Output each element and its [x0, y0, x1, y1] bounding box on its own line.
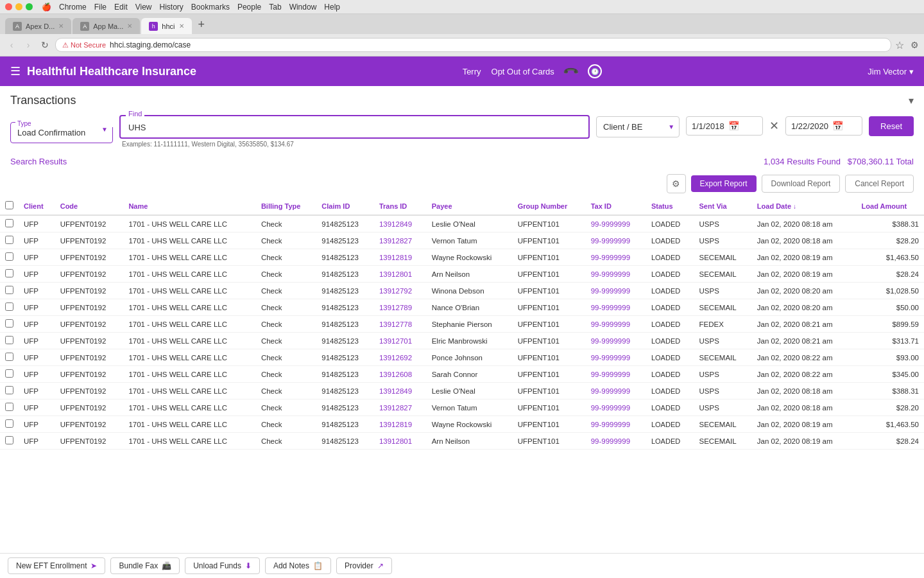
cell-trans-id[interactable]: 13912819: [374, 416, 427, 433]
new-eft-enrollment-button[interactable]: New EFT Enrollment ➤: [8, 557, 105, 574]
cell-trans-id[interactable]: 13912789: [374, 299, 427, 316]
cell-trans-id[interactable]: 13912778: [374, 316, 427, 333]
row-checkbox-cell[interactable]: [0, 283, 19, 299]
select-all-checkbox[interactable]: [5, 201, 13, 209]
th-tax-id[interactable]: Tax ID: [586, 197, 646, 215]
cell-trans-id[interactable]: 13912827: [374, 399, 427, 416]
row-checkbox[interactable]: [5, 219, 13, 227]
reload-button[interactable]: ↻: [38, 39, 51, 51]
tab-app-close[interactable]: ✕: [127, 22, 132, 30]
th-group-number[interactable]: Group Number: [513, 197, 586, 215]
trans-id-link[interactable]: 13912849: [379, 387, 412, 395]
cell-trans-id[interactable]: 13912792: [374, 283, 427, 299]
phone-icon[interactable]: 📞: [562, 62, 580, 80]
tab-apex-close[interactable]: ✕: [58, 22, 64, 30]
cancel-report-button[interactable]: Cancel Report: [845, 175, 914, 193]
add-notes-button[interactable]: Add Notes 📋: [265, 557, 331, 574]
cell-trans-id[interactable]: 13912849: [374, 383, 427, 399]
row-checkbox-cell[interactable]: [0, 366, 19, 383]
close-window-btn[interactable]: [5, 3, 12, 10]
row-checkbox[interactable]: [5, 252, 13, 261]
th-billing-type[interactable]: Billing Type: [256, 197, 316, 215]
date-from-field[interactable]: 1/1/2018 📅: [686, 116, 763, 136]
th-claim-id[interactable]: Claim ID: [316, 197, 374, 215]
calendar-to-icon[interactable]: 📅: [832, 121, 843, 131]
row-checkbox-cell[interactable]: [0, 399, 19, 416]
row-checkbox-cell[interactable]: [0, 266, 19, 283]
row-checkbox[interactable]: [5, 236, 13, 244]
row-checkbox[interactable]: [5, 386, 13, 394]
window-controls[interactable]: [5, 3, 33, 10]
row-checkbox-cell[interactable]: [0, 299, 19, 316]
cell-trans-id[interactable]: 13912819: [374, 249, 427, 266]
calendar-from-icon[interactable]: 📅: [728, 121, 739, 131]
cell-trans-id[interactable]: 13912692: [374, 349, 427, 366]
unload-funds-button[interactable]: Unload Funds ⬇: [185, 557, 260, 574]
th-load-date[interactable]: Load Date ↓: [752, 197, 857, 215]
menu-icon[interactable]: ☰: [10, 64, 21, 78]
trans-id-link[interactable]: 13912801: [379, 270, 412, 278]
row-checkbox-cell[interactable]: [0, 333, 19, 349]
row-checkbox-cell[interactable]: [0, 249, 19, 266]
clock-icon[interactable]: 🕐: [588, 64, 602, 78]
row-checkbox[interactable]: [5, 403, 13, 411]
url-display[interactable]: hhci.staging.demo/case: [110, 40, 191, 49]
search-results-label[interactable]: Search Results: [10, 157, 67, 166]
row-checkbox-cell[interactable]: [0, 416, 19, 433]
cell-trans-id[interactable]: 13912801: [374, 266, 427, 283]
trans-id-link[interactable]: 13912792: [379, 287, 412, 295]
settings-gear-button[interactable]: ⚙: [667, 174, 686, 193]
row-checkbox-cell[interactable]: [0, 316, 19, 333]
trans-id-link[interactable]: 13912701: [379, 337, 412, 345]
forward-button[interactable]: ›: [22, 39, 35, 51]
row-checkbox[interactable]: [5, 286, 13, 294]
trans-id-link[interactable]: 13912819: [379, 421, 412, 428]
trans-id-link[interactable]: 13912819: [379, 254, 412, 261]
row-checkbox[interactable]: [5, 369, 13, 378]
minimize-window-btn[interactable]: [15, 3, 22, 10]
th-load-amount[interactable]: Load Amount: [857, 197, 924, 215]
select-all-header[interactable]: [0, 197, 19, 215]
client-be-select[interactable]: Client / BE: [596, 116, 680, 137]
bundle-fax-button[interactable]: Bundle Fax 📠: [110, 557, 180, 574]
tab-hhci-close[interactable]: ✕: [179, 22, 184, 30]
find-input[interactable]: [119, 115, 590, 139]
download-report-button[interactable]: Download Report: [762, 175, 841, 193]
header-right[interactable]: Jim Vector ▾: [868, 67, 914, 76]
cell-trans-id[interactable]: 13912849: [374, 215, 427, 232]
row-checkbox-cell[interactable]: [0, 232, 19, 249]
th-name[interactable]: Name: [123, 197, 256, 215]
tab-hhci[interactable]: h hhci ✕: [141, 18, 191, 34]
row-checkbox[interactable]: [5, 419, 13, 428]
th-sent-via[interactable]: Sent Via: [694, 197, 752, 215]
trans-id-link[interactable]: 13912801: [379, 437, 412, 445]
address-bar[interactable]: ⚠ Not Secure hhci.staging.demo/case: [55, 38, 891, 52]
row-checkbox[interactable]: [5, 336, 13, 344]
trans-id-link[interactable]: 13912789: [379, 304, 412, 311]
th-payee[interactable]: Payee: [427, 197, 513, 215]
maximize-window-btn[interactable]: [26, 3, 33, 10]
cell-trans-id[interactable]: 13912827: [374, 232, 427, 249]
tab-app[interactable]: A App Ma... ✕: [73, 18, 140, 34]
th-client[interactable]: Client: [19, 197, 55, 215]
row-checkbox[interactable]: [5, 302, 13, 311]
row-checkbox-cell[interactable]: [0, 349, 19, 366]
row-checkbox[interactable]: [5, 353, 13, 361]
export-report-button[interactable]: Export Report: [691, 175, 757, 192]
clear-date-icon[interactable]: ✕: [769, 119, 779, 133]
provider-button[interactable]: Provider ↗: [336, 557, 392, 574]
trans-id-link[interactable]: 13912827: [379, 237, 412, 245]
th-code[interactable]: Code: [55, 197, 124, 215]
trans-id-link[interactable]: 13912608: [379, 371, 412, 378]
new-tab-button[interactable]: +: [198, 18, 205, 34]
cell-trans-id[interactable]: 13912801: [374, 433, 427, 450]
date-to-field[interactable]: 1/22/2020 📅: [785, 116, 862, 136]
tab-apex[interactable]: A Apex D... ✕: [5, 18, 71, 34]
bookmark-icon[interactable]: ☆: [895, 39, 904, 51]
back-button[interactable]: ‹: [5, 39, 18, 51]
cell-trans-id[interactable]: 13912701: [374, 333, 427, 349]
th-trans-id[interactable]: Trans ID: [374, 197, 427, 215]
row-checkbox[interactable]: [5, 269, 13, 277]
row-checkbox-cell[interactable]: [0, 433, 19, 450]
row-checkbox[interactable]: [5, 319, 13, 328]
